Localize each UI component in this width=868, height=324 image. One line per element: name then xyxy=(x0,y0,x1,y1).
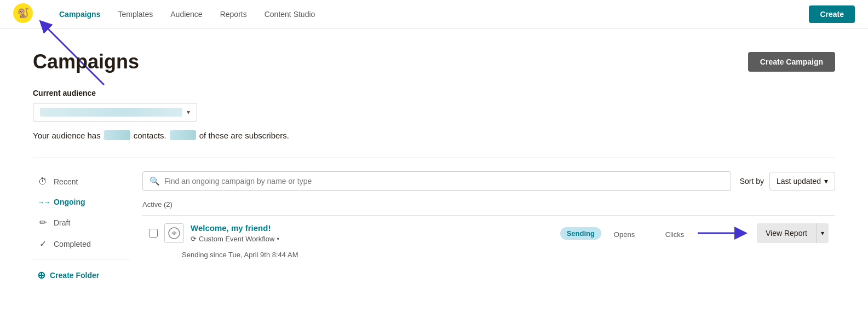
sidebar-item-draft[interactable]: ✏ Draft xyxy=(33,212,129,233)
view-report-button[interactable]: View Report xyxy=(757,223,816,243)
checkmark-icon: ✓ xyxy=(37,239,48,249)
audience-info: Your audience has contacts. of these are… xyxy=(33,130,835,140)
opens-label: Opens xyxy=(608,230,641,239)
top-nav: 🐒 Campaigns Templates Audience Reports C… xyxy=(0,0,868,28)
campaign-type-icon xyxy=(164,223,184,243)
sort-select[interactable]: Last updated ▾ xyxy=(769,172,835,190)
refresh-icon: ⟳ xyxy=(191,235,197,243)
clicks-stat: Clicks xyxy=(658,228,691,239)
sort-chevron-icon: ▾ xyxy=(824,177,828,186)
campaign-meta: ⟳ Custom Event Workflow • xyxy=(191,235,554,243)
logo[interactable]: 🐒 xyxy=(13,3,46,25)
campaign-info: Welcome, my friend! ⟳ Custom Event Workf… xyxy=(191,223,554,243)
workflow-icon xyxy=(168,227,180,239)
clicks-label: Clicks xyxy=(658,230,691,239)
create-folder-label: Create Folder xyxy=(50,271,99,280)
audience-section: Current audience ▾ Your audience has con… xyxy=(33,89,835,140)
sidebar-divider xyxy=(33,259,129,259)
arrow-annotation-view-report xyxy=(698,225,752,241)
main-content: Campaigns Create Campaign Current audien… xyxy=(0,28,868,309)
sidebar-label-recent: Recent xyxy=(54,177,78,186)
view-report-wrap: View Report ▾ xyxy=(698,223,829,243)
nav-link-audience[interactable]: Audience xyxy=(170,8,202,21)
sidebar-item-recent[interactable]: ⏱ Recent xyxy=(33,171,129,192)
subscribers-count xyxy=(170,130,196,140)
create-campaign-button[interactable]: Create Campaign xyxy=(748,52,835,72)
active-count-label: Active (2) xyxy=(142,200,173,209)
search-icon: 🔍 xyxy=(150,176,160,186)
campaign-type: Custom Event Workflow xyxy=(199,235,274,243)
clock-icon: ⏱ xyxy=(37,177,48,187)
sidebar-label-ongoing: Ongoing xyxy=(54,198,85,206)
search-input-wrap[interactable]: 🔍 xyxy=(142,171,731,191)
page-title-row: Campaigns Create Campaign xyxy=(33,50,835,73)
sidebar-label-draft: Draft xyxy=(54,218,70,227)
contacts-count xyxy=(104,130,130,140)
sidebar: ⏱ Recent →→ Ongoing ✏ Draft ✓ Completed … xyxy=(33,171,142,287)
sending-badge: Sending xyxy=(560,227,601,240)
campaign-checkbox[interactable] xyxy=(149,229,158,238)
campaign-list-area: 🔍 Sort by Last updated ▾ Active (2) xyxy=(142,171,835,287)
sort-select-value: Last updated xyxy=(777,177,821,186)
nav-link-content-studio[interactable]: Content Studio xyxy=(265,8,315,21)
nav-links: Campaigns Templates Audience Reports Con… xyxy=(59,8,809,21)
search-sort-row: 🔍 Sort by Last updated ▾ xyxy=(142,171,835,191)
sidebar-item-ongoing[interactable]: →→ Ongoing xyxy=(33,192,129,212)
campaign-item: Welcome, my friend! ⟳ Custom Event Workf… xyxy=(142,215,835,251)
section-divider xyxy=(33,158,835,158)
pencil-icon: ✏ xyxy=(37,217,48,228)
audience-info-suffix: of these are subscribers. xyxy=(199,131,289,140)
audience-select[interactable]: ▾ xyxy=(33,103,197,121)
view-report-button-group: View Report ▾ xyxy=(757,223,829,243)
opens-stat: Opens xyxy=(608,228,641,239)
nav-link-campaigns[interactable]: Campaigns xyxy=(59,8,100,21)
nav-link-templates[interactable]: Templates xyxy=(118,8,153,21)
audience-info-prefix: Your audience has xyxy=(33,131,101,140)
lower-section: ⏱ Recent →→ Ongoing ✏ Draft ✓ Completed … xyxy=(33,171,835,287)
campaign-stats: Opens Clicks xyxy=(608,228,691,239)
active-badge-row: Active (2) xyxy=(142,200,835,209)
chevron-down-icon: ▾ xyxy=(187,108,190,116)
audience-label: Current audience xyxy=(33,89,835,97)
nav-create-button[interactable]: Create xyxy=(809,5,855,23)
sidebar-label-completed: Completed xyxy=(54,240,91,248)
sort-section: Sort by Last updated ▾ xyxy=(740,172,835,190)
campaign-name[interactable]: Welcome, my friend! xyxy=(191,223,554,233)
sending-since: Sending since Tue, April 9th 8:44 AM xyxy=(142,251,835,265)
sort-label: Sort by xyxy=(740,177,764,186)
create-folder-button[interactable]: ⊕ Create Folder xyxy=(33,264,129,287)
svg-text:🐒: 🐒 xyxy=(17,7,30,19)
audience-info-contacts: contacts. xyxy=(134,131,166,140)
sidebar-item-completed[interactable]: ✓ Completed xyxy=(33,233,129,254)
dropdown-chevron-icon: ▾ xyxy=(821,229,824,237)
nav-link-reports[interactable]: Reports xyxy=(220,8,247,21)
view-report-dropdown-button[interactable]: ▾ xyxy=(816,223,829,243)
search-input[interactable] xyxy=(164,177,724,186)
plus-circle-icon: ⊕ xyxy=(37,269,45,281)
audience-select-value xyxy=(40,108,182,117)
page-title: Campaigns xyxy=(33,50,139,73)
ongoing-icon: →→ xyxy=(37,198,48,206)
svg-point-4 xyxy=(174,233,175,234)
